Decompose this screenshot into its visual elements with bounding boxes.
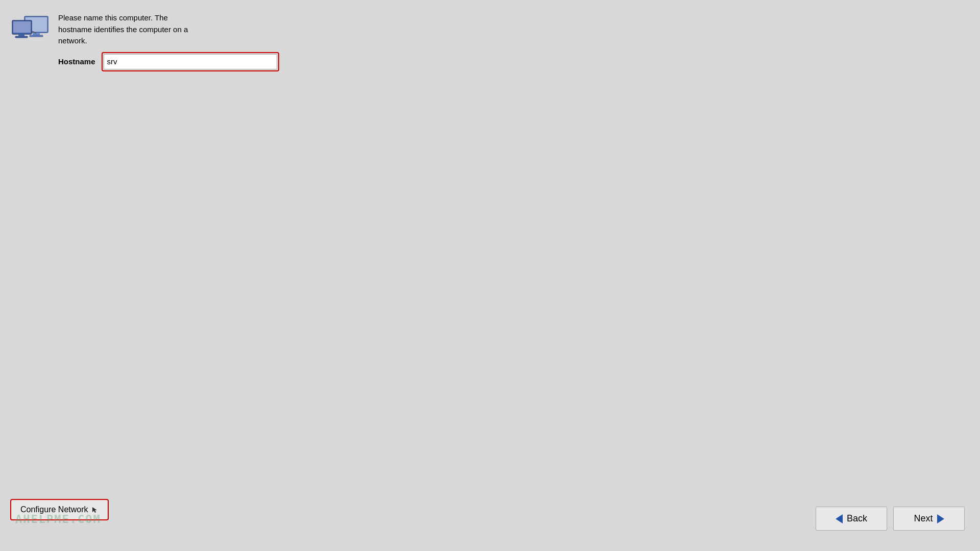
main-content: Please name this computer. The hostname … (0, 0, 980, 92)
svg-rect-5 (13, 21, 31, 33)
back-arrow-icon (836, 514, 843, 523)
svg-rect-6 (18, 34, 24, 36)
cursor-icon (91, 506, 99, 513)
description-block: Please name this computer. The hostname … (58, 10, 279, 71)
description-text: Please name this computer. The hostname … (58, 10, 279, 47)
hostname-row: Hostname (58, 52, 279, 71)
next-button[interactable]: Next (893, 507, 965, 531)
hostname-input[interactable] (104, 54, 277, 69)
watermark: AHELPME.COM (15, 513, 101, 525)
hostname-label: Hostname (58, 57, 95, 66)
next-arrow-icon (937, 514, 944, 523)
back-button[interactable]: Back (816, 507, 887, 531)
header-section: Please name this computer. The hostname … (10, 10, 970, 71)
hostname-input-wrapper (102, 52, 279, 71)
svg-rect-7 (15, 36, 28, 38)
nav-buttons: Back Next (816, 507, 965, 531)
svg-marker-9 (92, 507, 97, 513)
network-icon (10, 12, 51, 43)
svg-rect-3 (30, 35, 43, 37)
